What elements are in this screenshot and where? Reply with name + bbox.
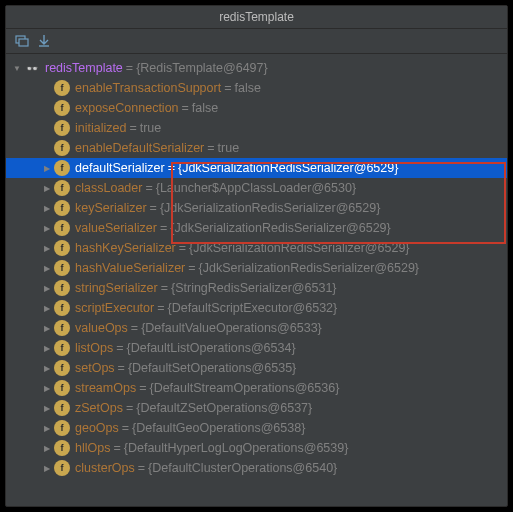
tree-row[interactable]: hashKeySerializer = {JdkSerializationRed… bbox=[6, 238, 507, 258]
expand-arrow-icon[interactable] bbox=[40, 244, 54, 253]
var-name: classLoader bbox=[75, 181, 142, 195]
var-name: exposeConnection bbox=[75, 101, 179, 115]
toolbar-icon-2[interactable] bbox=[36, 33, 52, 49]
tree-row[interactable]: hllOps = {DefaultHyperLogLogOperations@6… bbox=[6, 438, 507, 458]
equals-sign: = bbox=[145, 181, 152, 195]
tree-row[interactable]: enableTransactionSupport = false bbox=[6, 78, 507, 98]
window-title: redisTemplate bbox=[6, 6, 507, 29]
equals-sign: = bbox=[188, 261, 195, 275]
var-value: {Launcher$AppClassLoader@6530} bbox=[156, 181, 356, 195]
tree-row[interactable]: hashValueSerializer = {JdkSerializationR… bbox=[6, 258, 507, 278]
toolbar bbox=[6, 29, 507, 54]
var-name: streamOps bbox=[75, 381, 136, 395]
equals-sign: = bbox=[224, 81, 231, 95]
var-name: hllOps bbox=[75, 441, 110, 455]
var-name: hashValueSerializer bbox=[75, 261, 185, 275]
var-value: {DefaultGeoOperations@6538} bbox=[132, 421, 305, 435]
variables-tree[interactable]: redisTemplate = {RedisTemplate@6497} ena… bbox=[6, 54, 507, 506]
var-name: zSetOps bbox=[75, 401, 123, 415]
equals-sign: = bbox=[116, 341, 123, 355]
var-value: {JdkSerializationRedisSerializer@6529} bbox=[199, 261, 419, 275]
expand-arrow-icon[interactable] bbox=[40, 224, 54, 233]
expand-arrow-icon[interactable] bbox=[40, 424, 54, 433]
equals-sign: = bbox=[182, 101, 189, 115]
expand-arrow-icon[interactable] bbox=[10, 64, 24, 73]
tree-row[interactable]: streamOps = {DefaultStreamOperations@653… bbox=[6, 378, 507, 398]
var-value: {DefaultSetOperations@6535} bbox=[128, 361, 296, 375]
var-name: stringSerializer bbox=[75, 281, 158, 295]
toolbar-icon-1[interactable] bbox=[14, 33, 30, 49]
tree-row[interactable]: zSetOps = {DefaultZSetOperations@6537} bbox=[6, 398, 507, 418]
var-name: enableDefaultSerializer bbox=[75, 141, 204, 155]
var-value: {DefaultListOperations@6534} bbox=[127, 341, 296, 355]
field-icon bbox=[54, 460, 70, 476]
tree-row[interactable]: enableDefaultSerializer = true bbox=[6, 138, 507, 158]
tree-row[interactable]: geoOps = {DefaultGeoOperations@6538} bbox=[6, 418, 507, 438]
var-name: valueOps bbox=[75, 321, 128, 335]
expand-arrow-icon[interactable] bbox=[40, 384, 54, 393]
tree-row[interactable]: exposeConnection = false bbox=[6, 98, 507, 118]
expand-arrow-icon[interactable] bbox=[40, 184, 54, 193]
field-icon bbox=[54, 200, 70, 216]
tree-row[interactable]: initialized = true bbox=[6, 118, 507, 138]
tree-row[interactable]: keySerializer = {JdkSerializationRedisSe… bbox=[6, 198, 507, 218]
expand-arrow-icon[interactable] bbox=[40, 464, 54, 473]
var-value: false bbox=[234, 81, 260, 95]
var-value: false bbox=[192, 101, 218, 115]
var-name: enableTransactionSupport bbox=[75, 81, 221, 95]
equals-sign: = bbox=[118, 361, 125, 375]
field-icon bbox=[54, 280, 70, 296]
tree-row[interactable]: setOps = {DefaultSetOperations@6535} bbox=[6, 358, 507, 378]
field-icon bbox=[54, 240, 70, 256]
expand-arrow-icon[interactable] bbox=[40, 364, 54, 373]
field-icon bbox=[54, 440, 70, 456]
equals-sign: = bbox=[157, 301, 164, 315]
field-icon bbox=[54, 140, 70, 156]
field-icon bbox=[54, 100, 70, 116]
expand-arrow-icon[interactable] bbox=[40, 344, 54, 353]
var-name: redisTemplate bbox=[45, 61, 123, 75]
tree-row[interactable]: clusterOps = {DefaultClusterOperations@6… bbox=[6, 458, 507, 478]
expand-arrow-icon[interactable] bbox=[40, 264, 54, 273]
tree-row[interactable]: valueSerializer = {JdkSerializationRedis… bbox=[6, 218, 507, 238]
field-icon bbox=[54, 160, 70, 176]
tree-row[interactable]: stringSerializer = {StringRedisSerialize… bbox=[6, 278, 507, 298]
field-icon bbox=[54, 220, 70, 236]
expand-arrow-icon[interactable] bbox=[40, 304, 54, 313]
equals-sign: = bbox=[179, 241, 186, 255]
expand-arrow-icon[interactable] bbox=[40, 164, 54, 173]
expand-arrow-icon[interactable] bbox=[40, 204, 54, 213]
field-icon bbox=[54, 300, 70, 316]
expand-arrow-icon[interactable] bbox=[40, 404, 54, 413]
tree-row[interactable]: scriptExecutor = {DefaultScriptExecutor@… bbox=[6, 298, 507, 318]
tree-row[interactable]: defaultSerializer = {JdkSerializationRed… bbox=[6, 158, 507, 178]
var-value: {DefaultScriptExecutor@6532} bbox=[168, 301, 338, 315]
var-value: {DefaultZSetOperations@6537} bbox=[136, 401, 312, 415]
tree-root-row[interactable]: redisTemplate = {RedisTemplate@6497} bbox=[6, 58, 507, 78]
var-value: {StringRedisSerializer@6531} bbox=[171, 281, 337, 295]
tree-row[interactable]: valueOps = {DefaultValueOperations@6533} bbox=[6, 318, 507, 338]
equals-sign: = bbox=[161, 281, 168, 295]
watch-icon bbox=[24, 60, 40, 76]
var-value: {JdkSerializationRedisSerializer@6529} bbox=[170, 221, 390, 235]
equals-sign: = bbox=[160, 221, 167, 235]
var-value: {DefaultClusterOperations@6540} bbox=[148, 461, 337, 475]
field-icon bbox=[54, 180, 70, 196]
field-icon bbox=[54, 320, 70, 336]
tree-row[interactable]: listOps = {DefaultListOperations@6534} bbox=[6, 338, 507, 358]
field-icon bbox=[54, 120, 70, 136]
var-name: clusterOps bbox=[75, 461, 135, 475]
expand-arrow-icon[interactable] bbox=[40, 284, 54, 293]
expand-arrow-icon[interactable] bbox=[40, 444, 54, 453]
debugger-window: redisTemplate redisTemplate = {RedisTemp… bbox=[5, 5, 508, 507]
expand-arrow-icon[interactable] bbox=[40, 324, 54, 333]
equals-sign: = bbox=[139, 381, 146, 395]
field-icon bbox=[54, 400, 70, 416]
var-name: listOps bbox=[75, 341, 113, 355]
var-value: true bbox=[218, 141, 240, 155]
field-icon bbox=[54, 380, 70, 396]
equals-sign: = bbox=[131, 321, 138, 335]
var-value: {DefaultValueOperations@6533} bbox=[141, 321, 322, 335]
field-icon bbox=[54, 420, 70, 436]
tree-row[interactable]: classLoader = {Launcher$AppClassLoader@6… bbox=[6, 178, 507, 198]
